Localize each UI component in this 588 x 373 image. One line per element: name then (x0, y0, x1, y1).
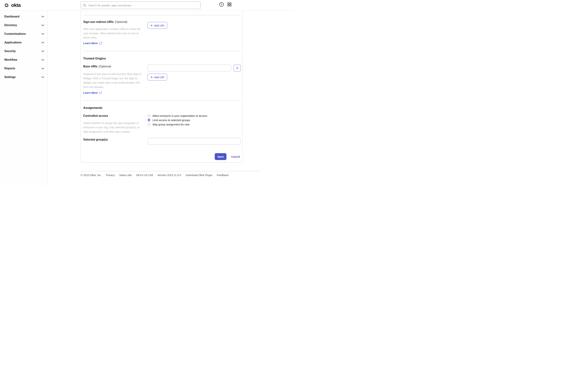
plus-icon (150, 76, 153, 78)
footer-status-site-link[interactable]: Status site (119, 173, 132, 177)
sidebar-nav: Dashboard Directory Customizations Appli… (0, 11, 47, 81)
form-actions: Save Cancel (215, 153, 240, 160)
signout-redirect-uris-label: Sign-out redirect URIs(Optional) (83, 20, 127, 24)
chevron-down-icon (42, 76, 44, 78)
cancel-button[interactable]: Cancel (231, 155, 240, 158)
external-link-icon (99, 91, 102, 94)
footer-version: Version 2023.11.0 E (157, 173, 181, 177)
optional-tag: (Optional) (99, 65, 111, 68)
trusted-origins-heading: Trusted Origins (83, 57, 106, 60)
radio-option-allow-everyone[interactable]: Allow everyone in your organization to a… (147, 114, 207, 118)
sidebar-item-applications[interactable]: Applications (0, 38, 47, 47)
radio-option-skip-assignment[interactable]: Skip group assignment for now (147, 122, 207, 127)
okta-sunburst-icon (4, 2, 9, 8)
app-settings-card: Sign-out redirect URIs(Optional) Add URI… (81, 11, 243, 162)
close-icon (236, 67, 238, 69)
save-button[interactable]: Save (215, 153, 226, 160)
footer-copyright: © 2023 Okta, Inc. (81, 173, 102, 177)
footer-download-plugin-link[interactable]: Download Okta Plugin (186, 173, 212, 177)
chevron-down-icon (42, 42, 44, 43)
sidebar-item-workflow[interactable]: Workflow (0, 55, 47, 64)
controlled-access-label: Controlled access (83, 114, 108, 117)
radio-icon[interactable] (147, 114, 150, 117)
plus-icon (150, 24, 153, 27)
footer-divider (81, 171, 261, 171)
trusted-origins-learn-more-link[interactable]: Learn More (83, 91, 102, 94)
section-divider (83, 15, 240, 15)
help-button[interactable]: ? (219, 2, 224, 7)
chevron-down-icon (42, 59, 44, 61)
optional-tag: (Optional) (115, 20, 127, 23)
remove-base-uri-button[interactable] (233, 65, 241, 72)
controlled-access-radio-group: Allow everyone in your organization to a… (147, 114, 207, 127)
signout-learn-more-link[interactable]: Learn More (83, 42, 102, 45)
brand-wordmark: okta (11, 2, 21, 8)
chevron-down-icon (42, 33, 44, 35)
chevron-down-icon (42, 51, 44, 52)
top-nav: okta ? (0, 0, 294, 11)
chevron-down-icon (42, 16, 44, 18)
signout-description: After your application contacts Okta to … (83, 27, 143, 40)
selected-groups-label: Selected group(s) (83, 138, 107, 141)
sidebar-item-settings[interactable]: Settings (0, 73, 47, 81)
base-uri-input[interactable] (147, 65, 231, 72)
sidebar-item-security[interactable]: Security (0, 47, 47, 55)
search-icon (83, 4, 86, 7)
add-signout-uri-button[interactable]: Add URI (147, 22, 167, 29)
chevron-down-icon (42, 68, 44, 69)
assignments-description: Select whether to assign the app integra… (83, 121, 143, 134)
external-link-icon (99, 42, 102, 45)
chevron-down-icon (42, 24, 44, 26)
footer-privacy-link[interactable]: Privacy (106, 173, 115, 177)
footer-cell: OK14 US Cell (136, 173, 153, 177)
sidebar: Dashboard Directory Customizations Appli… (0, 11, 48, 187)
trusted-origins-description: Required if you plan to self-host the Ok… (83, 72, 143, 89)
radio-icon[interactable] (147, 123, 150, 126)
add-base-uri-button[interactable]: Add URI (147, 74, 167, 81)
radio-icon[interactable] (147, 118, 150, 121)
sidebar-item-dashboard[interactable]: Dashboard (0, 12, 47, 21)
search-input[interactable] (81, 2, 201, 9)
apps-grid-button[interactable] (227, 2, 232, 7)
footer: © 2023 Okta, Inc. Privacy Status site OK… (81, 171, 261, 177)
base-uris-label: Base URIs(Optional) (83, 65, 111, 68)
radio-option-limit-access[interactable]: Limit access to selected groups (147, 118, 207, 122)
sidebar-item-customizations[interactable]: Customizations (0, 30, 47, 38)
sidebar-item-reports[interactable]: Reports (0, 64, 47, 73)
help-icon: ? (219, 2, 224, 7)
assignments-heading: Assignments (83, 106, 103, 110)
selected-groups-input[interactable] (147, 138, 241, 145)
section-divider (83, 51, 240, 51)
footer-feedback-link[interactable]: Feedback (217, 173, 229, 177)
sidebar-item-directory[interactable]: Directory (0, 21, 47, 30)
apps-grid-icon (227, 2, 232, 7)
okta-logo[interactable]: okta (4, 0, 21, 11)
section-divider (83, 100, 240, 101)
